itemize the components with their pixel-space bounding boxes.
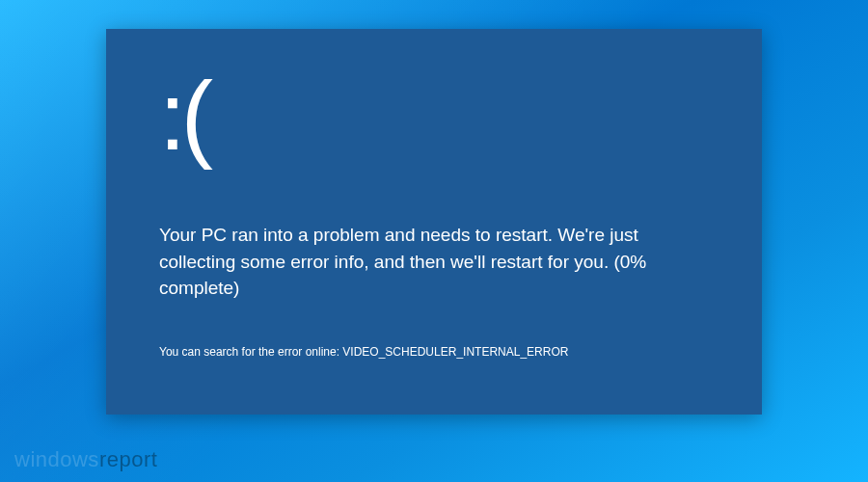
watermark-part1: windows (14, 447, 99, 471)
bsod-hint-prefix: You can search for the error online: (159, 345, 342, 359)
bsod-error-hint: You can search for the error online: VID… (159, 345, 709, 359)
watermark-part2: report (99, 447, 157, 471)
bsod-error-code: VIDEO_SCHEDULER_INTERNAL_ERROR (342, 345, 568, 359)
bsod-panel: :( Your PC ran into a problem and needs … (106, 29, 762, 415)
sad-face-emoticon: :( (159, 67, 709, 164)
watermark: windowsreport (14, 447, 157, 472)
bsod-message: Your PC ran into a problem and needs to … (159, 222, 699, 302)
